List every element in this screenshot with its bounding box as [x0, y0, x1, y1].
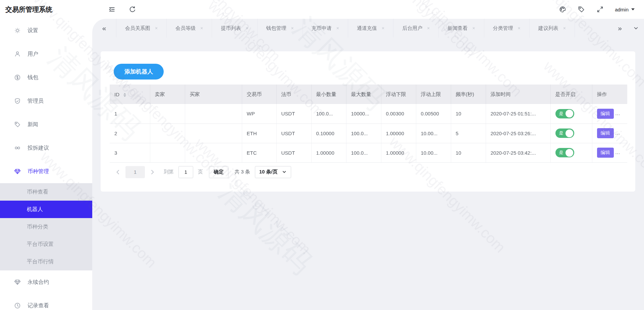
- theme-palette-icon[interactable]: [558, 5, 567, 13]
- fullscreen-icon[interactable]: [596, 5, 604, 13]
- submenu-item-platform-coin-settings[interactable]: 平台币设置: [0, 236, 92, 253]
- workspace: « 会员关系图 × 会员等级 × 提币列表 × 钱包管理 × 充币申请 ×: [92, 19, 644, 310]
- close-icon[interactable]: ×: [155, 25, 158, 31]
- shield-icon: [14, 98, 21, 104]
- close-icon[interactable]: ×: [382, 25, 384, 31]
- edit-button[interactable]: 编辑: [597, 109, 614, 119]
- current-page[interactable]: 1: [125, 166, 145, 178]
- tab-withdraw-list[interactable]: 提币列表 ×: [212, 19, 257, 38]
- cell-min: 1.00000: [311, 143, 346, 162]
- sidebar-item-label: 投拆建议: [28, 145, 49, 152]
- cell-float-max: 0.00500: [416, 104, 451, 123]
- add-robot-button[interactable]: 添加机器人: [114, 64, 164, 80]
- enable-toggle[interactable]: 是: [555, 109, 574, 118]
- submenu-item-platform-coin-market[interactable]: 平台币行情: [0, 253, 92, 270]
- tag-icon[interactable]: [577, 5, 585, 13]
- close-icon[interactable]: ×: [336, 25, 339, 31]
- cell-enabled: 是: [550, 104, 592, 123]
- confirm-page-button[interactable]: 确定: [209, 166, 228, 178]
- submenu-item-robot[interactable]: 机器人: [0, 201, 92, 218]
- sidebar-item-records[interactable]: 记录查看: [0, 294, 92, 310]
- cell-fiat: USDT: [276, 123, 311, 143]
- sort-icon[interactable]: [123, 93, 126, 97]
- cell-min: 0.10000: [311, 123, 346, 143]
- cell-enabled: 是: [550, 123, 592, 143]
- chevron-down-icon: [631, 8, 635, 10]
- gear-icon: [14, 27, 21, 34]
- more-actions[interactable]: ...: [618, 130, 623, 136]
- tab-coin[interactable]: 币种: [575, 19, 583, 38]
- cell-id: 3: [110, 143, 150, 162]
- prev-page-icon[interactable]: [115, 169, 121, 175]
- close-icon[interactable]: ×: [246, 25, 248, 31]
- close-icon[interactable]: ×: [472, 25, 475, 31]
- col-id[interactable]: ID: [110, 85, 150, 104]
- cell-seller: [150, 123, 185, 143]
- edit-button[interactable]: 编辑: [597, 148, 614, 158]
- tab-channel-deposit[interactable]: 通道充值 ×: [348, 19, 393, 38]
- record-icon: [14, 302, 21, 309]
- enable-toggle[interactable]: 是: [555, 148, 574, 157]
- sidebar-item-perpetual-contract[interactable]: 永续合约: [0, 270, 92, 294]
- sidebar-item-settings[interactable]: 设置: [0, 19, 92, 42]
- tab-deposit-apply[interactable]: 充币申请 ×: [303, 19, 348, 38]
- close-icon[interactable]: ×: [563, 25, 566, 31]
- tab-list: 会员关系图 × 会员等级 × 提币列表 × 钱包管理 × 充币申请 × 通道充值…: [116, 19, 583, 38]
- close-icon[interactable]: ×: [291, 25, 294, 31]
- tab-member-level[interactable]: 会员等级 ×: [167, 19, 212, 38]
- cell-coin: WP: [242, 104, 276, 123]
- cell-max: 100.0...: [346, 143, 381, 162]
- tab-backend-users[interactable]: 后台用户 ×: [393, 19, 439, 38]
- tab-suggestion-list[interactable]: 建议列表 ×: [530, 19, 575, 38]
- sidebar-item-coin-management[interactable]: 币种管理: [0, 160, 92, 183]
- sidebar-item-users[interactable]: 用户: [0, 42, 92, 66]
- tabs-menu-chevron-down-icon[interactable]: [628, 25, 644, 31]
- table-row: 2 ETH USDT 0.10000 100.0... 1.00000 10.0…: [110, 123, 627, 143]
- more-actions[interactable]: ...: [618, 149, 623, 155]
- sidebar-item-news[interactable]: 新闻: [0, 113, 92, 136]
- tabs-scroll-left-icon[interactable]: «: [92, 19, 116, 38]
- page-size-select[interactable]: 10 条/页: [255, 166, 291, 178]
- coin-management-submenu: 币种查看 机器人 币种分类 平台币设置 平台币行情: [0, 183, 92, 270]
- sidebar: 设置 用户 钱包 管理员 新闻 投拆建议 币种管: [0, 19, 92, 310]
- robot-table: ID 卖家 买家 交易币 法币 最小数量 最大数量 浮动下限 浮动上限 频率(秒…: [110, 85, 627, 163]
- cell-frequency: 10: [451, 104, 486, 123]
- cell-coin: ETH: [242, 123, 276, 143]
- tab-member-relations[interactable]: 会员关系图 ×: [116, 19, 167, 38]
- cell-enabled: 是: [550, 143, 592, 162]
- sidebar-item-label: 币种管理: [28, 168, 49, 175]
- close-icon[interactable]: ×: [427, 25, 430, 31]
- tab-wallet-management[interactable]: 钱包管理 ×: [258, 19, 303, 38]
- enable-toggle[interactable]: 是: [555, 128, 574, 138]
- sidebar-item-label: 管理员: [28, 98, 44, 105]
- user-menu[interactable]: admin: [615, 7, 635, 12]
- edit-button[interactable]: 编辑: [597, 128, 614, 138]
- cell-time: 2020-07-25 01:51:...: [486, 104, 550, 123]
- cell-actions: 编辑 ...: [592, 123, 627, 143]
- col-max: 最大数量: [346, 85, 381, 104]
- collapse-sidebar-icon[interactable]: [108, 5, 116, 13]
- tab-bar: « 会员关系图 × 会员等级 × 提币列表 × 钱包管理 × 充币申请 ×: [92, 19, 644, 38]
- more-actions[interactable]: ...: [618, 110, 623, 116]
- cell-max: 10000...: [346, 104, 381, 123]
- tab-category-management[interactable]: 分类管理 ×: [484, 19, 530, 38]
- next-page-icon[interactable]: [149, 169, 156, 175]
- cell-frequency: 5: [451, 123, 486, 143]
- sidebar-item-wallet[interactable]: 钱包: [0, 66, 92, 89]
- cell-actions: 编辑 ...: [592, 143, 627, 162]
- cell-fiat: USDT: [276, 143, 311, 162]
- sidebar-item-suggestions[interactable]: 投拆建议: [0, 136, 92, 160]
- submenu-item-coin-category[interactable]: 币种分类: [0, 218, 92, 236]
- app-title: 交易所管理系统: [0, 5, 92, 14]
- cell-float-max: 10.00...: [416, 123, 451, 143]
- tab-news-view[interactable]: 新闻查看 ×: [439, 19, 484, 38]
- cell-min: 100.0...: [311, 104, 346, 123]
- refresh-icon[interactable]: [128, 5, 137, 13]
- sidebar-item-admins[interactable]: 管理员: [0, 89, 92, 113]
- close-icon[interactable]: ×: [518, 25, 521, 31]
- goto-page-input[interactable]: [178, 166, 193, 178]
- toggle-knob: [566, 130, 573, 137]
- tabs-scroll-right-icon[interactable]: »: [612, 24, 628, 32]
- submenu-item-coin-view[interactable]: 币种查看: [0, 183, 92, 201]
- close-icon[interactable]: ×: [200, 25, 203, 31]
